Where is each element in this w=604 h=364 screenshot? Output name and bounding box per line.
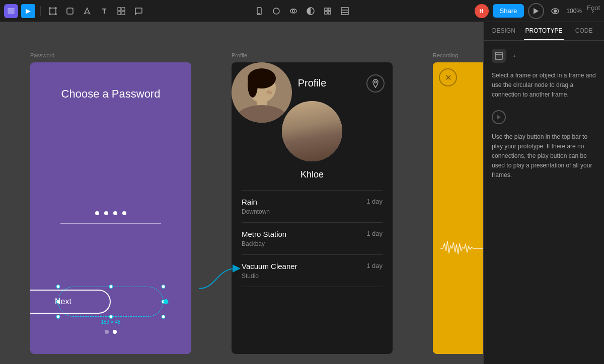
panel-icon-row-2: [492, 110, 596, 124]
panel-tabs: DESIGN PROTOTYPE CODE: [484, 22, 604, 41]
topbar: ▶ T: [0, 0, 604, 22]
device-tool-button[interactable]: [252, 4, 266, 18]
frames-container: Password Choose a Password: [0, 22, 483, 364]
profile-list: Rain Downtown 1 day Metro Station Backba…: [232, 191, 393, 287]
view-button[interactable]: [548, 4, 562, 18]
handle-br[interactable]: [162, 315, 166, 319]
canvas[interactable]: Password Choose a Password: [0, 22, 483, 364]
dot-2: [104, 211, 108, 215]
password-title: Choose a Password: [61, 87, 161, 101]
svg-rect-1: [8, 11, 15, 12]
svg-rect-2: [8, 13, 15, 14]
profile-name: Khloe: [300, 169, 324, 180]
handle-bm[interactable]: [109, 315, 113, 319]
menu-button[interactable]: [4, 4, 18, 18]
dot-4: [122, 211, 126, 215]
select-tool-button[interactable]: ▶: [21, 4, 35, 18]
prototype-frame-icon: [492, 49, 506, 63]
pen-tool-button[interactable]: [80, 4, 94, 18]
connection-node[interactable]: [164, 299, 169, 304]
password-frame-label: Password: [30, 52, 191, 58]
mode-button[interactable]: [304, 4, 318, 18]
password-frame-wrapper: Password Choose a Password: [30, 52, 191, 354]
svg-rect-14: [122, 8, 125, 11]
waveform-svg: [440, 233, 483, 263]
item-sub-2: Backbay: [242, 240, 286, 247]
connection-arrow-icon: →: [510, 52, 517, 60]
tab-code[interactable]: CODE: [564, 22, 604, 40]
location-button[interactable]: [366, 74, 385, 93]
item-left-2: Metro Station Backbay: [242, 230, 286, 247]
boolean-union-button[interactable]: [286, 4, 300, 18]
svg-marker-31: [534, 8, 539, 14]
handle-tr[interactable]: [162, 285, 166, 289]
item-sub-1: Downtown: [242, 208, 270, 215]
profile-avatar: [282, 101, 342, 161]
panel-section-1: → Select a frame or object in a frame an…: [492, 49, 596, 100]
avatar-photo: [282, 101, 342, 161]
profile-frame-wrapper: Profile Profile: [232, 52, 393, 354]
svg-marker-46: [497, 115, 501, 120]
recording-frame-wrapper: Recording ✕: [433, 52, 483, 354]
button-size-label: 189 × 48: [101, 319, 120, 325]
svg-rect-16: [122, 12, 125, 15]
item-name-1: Rain: [242, 198, 270, 206]
avatar-silhouette: [282, 101, 292, 123]
close-recording-button[interactable]: ✕: [439, 68, 457, 86]
svg-rect-26: [325, 12, 327, 14]
indicator-1: [105, 330, 109, 334]
password-frame: Choose a Password: [30, 62, 191, 354]
layout-grid-button[interactable]: [338, 4, 352, 18]
main-area: Password Choose a Password: [0, 22, 604, 364]
item-left-1: Rain Downtown: [242, 198, 270, 215]
svg-rect-28: [341, 8, 348, 15]
component-button[interactable]: [321, 4, 335, 18]
svg-rect-13: [118, 8, 121, 11]
svg-rect-24: [325, 8, 327, 11]
item-days-3: 1 day: [366, 262, 383, 269]
frame-tool-button[interactable]: [46, 4, 60, 18]
next-button[interactable]: Next: [30, 290, 111, 314]
svg-rect-25: [328, 8, 331, 11]
mask-tool-button[interactable]: [269, 4, 283, 18]
comment-tool-button[interactable]: [131, 4, 145, 18]
grid-tool-button[interactable]: [114, 4, 128, 18]
panel-section-1-text: Select a frame or object in a frame and …: [492, 71, 596, 100]
play-button[interactable]: [528, 3, 544, 19]
zoom-level[interactable]: 100%: [566, 8, 582, 15]
handle-tm[interactable]: [109, 285, 113, 289]
item-left-3: Vacuum Cleaner Studio: [242, 262, 297, 280]
svg-point-33: [554, 10, 557, 12]
share-button[interactable]: Share: [493, 4, 524, 18]
tab-design[interactable]: DESIGN: [484, 22, 524, 40]
password-dots: [95, 211, 126, 215]
handle-bl[interactable]: [56, 315, 60, 319]
panel-icon-row-1: →: [492, 49, 596, 63]
text-tool-button[interactable]: T: [97, 4, 111, 18]
button-selection-area: Next 189 × 48: [58, 287, 164, 317]
item-days-2: 1 day: [366, 230, 383, 237]
topbar-left: ▶ T: [4, 4, 473, 18]
recording-frame-label: Recording: [433, 52, 483, 58]
list-item: Metro Station Backbay 1 day: [242, 223, 383, 255]
dot-3: [113, 211, 117, 215]
topbar-right: H Share 100% › Foot: [475, 3, 600, 19]
svg-rect-27: [328, 12, 331, 14]
dot-1: [95, 211, 99, 215]
list-item: Rain Downtown 1 day: [242, 191, 383, 223]
foot-label: Foot: [587, 4, 600, 12]
profile-frame-label: Profile: [232, 52, 393, 58]
profile-title: Profile: [298, 77, 327, 89]
tab-prototype[interactable]: PROTOTYPE: [524, 22, 564, 40]
svg-rect-12: [67, 8, 73, 14]
password-frame-inner: Choose a Password: [30, 62, 191, 354]
item-name-2: Metro Station: [242, 230, 286, 238]
handle-tl[interactable]: [56, 285, 60, 289]
recording-frame: ✕: [433, 62, 483, 354]
item-days-1: 1 day: [366, 198, 383, 205]
page-indicators: [105, 330, 117, 334]
panel-section-2: Use the play button in the top bar to pl…: [492, 110, 596, 180]
center-tools: [252, 4, 352, 18]
shape-tool-button[interactable]: [63, 4, 77, 18]
user-avatar[interactable]: H: [475, 4, 489, 18]
